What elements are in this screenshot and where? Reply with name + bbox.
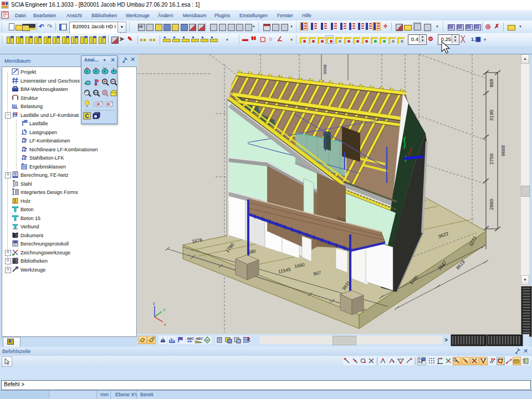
svg-text:x: x	[164, 323, 166, 326]
svg-text:C: C	[85, 113, 89, 119]
svg-text:Y: Y	[163, 308, 166, 312]
svg-text:2750: 2750	[489, 154, 494, 165]
svg-text:2860: 2860	[489, 199, 494, 210]
svg-text:9668: 9668	[500, 145, 506, 156]
svg-text:ABC: ABC	[195, 337, 203, 340]
svg-text:9668: 9668	[323, 64, 328, 74]
svg-text:868: 868	[489, 79, 494, 87]
svg-text:z: z	[153, 301, 155, 305]
svg-text:3190: 3190	[489, 110, 494, 121]
svg-text:R: R	[104, 91, 106, 95]
svg-text:ABC: ABC	[186, 337, 194, 340]
